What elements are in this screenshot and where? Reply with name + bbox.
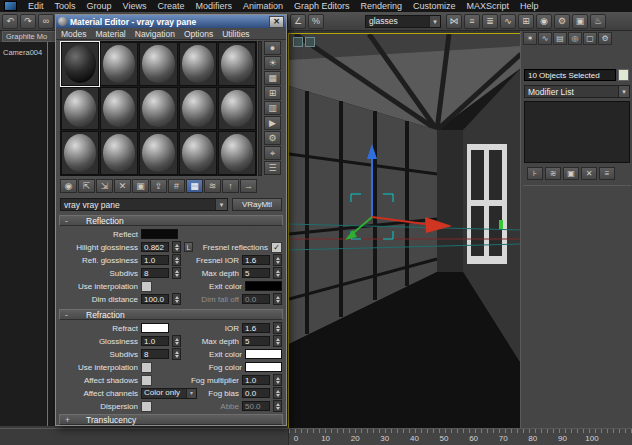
refl-max-depth-field[interactable]: 5 — [242, 268, 270, 278]
dim-falloff-spinner[interactable] — [273, 293, 282, 305]
align-icon[interactable]: ≡ — [464, 14, 480, 29]
utilities-tab-icon[interactable]: ⚙ — [598, 32, 612, 45]
rollout-reflection[interactable]: - Reflection — [59, 215, 283, 226]
rendered-frame-window-icon[interactable]: ▣ — [572, 14, 588, 29]
backlight-icon[interactable]: ☀ — [264, 56, 281, 70]
modifier-stack[interactable] — [524, 101, 630, 163]
timeline-bar[interactable]: 0102030405060708090100 — [0, 428, 632, 445]
material-editor-icon[interactable]: ◉ — [536, 14, 552, 29]
menu-item-rendering[interactable]: Rendering — [361, 1, 403, 11]
timeline-frame-70[interactable]: 70 — [499, 434, 508, 443]
material-name-dropdown[interactable]: vray vray pane ▾ — [60, 198, 228, 211]
menu-item-tools[interactable]: Tools — [55, 1, 76, 11]
menu-item-modifiers[interactable]: Modifiers — [195, 1, 232, 11]
material-swatch-4[interactable] — [218, 42, 256, 86]
me-menu-utilities[interactable]: Utilities — [222, 29, 249, 39]
fog-bias-spinner[interactable] — [273, 387, 282, 399]
material-swatch-3[interactable] — [179, 42, 217, 86]
timeline-frame-10[interactable]: 10 — [321, 434, 330, 443]
ior-spinner[interactable] — [273, 322, 282, 334]
show-end-result-stack-icon[interactable]: ≋ — [545, 167, 561, 180]
timeline-frame-60[interactable]: 60 — [469, 434, 478, 443]
refract-color-swatch[interactable] — [141, 323, 169, 333]
get-material-icon[interactable]: ◉ — [60, 179, 77, 193]
refl-exit-color-swatch[interactable] — [245, 281, 282, 291]
menu-item-animation[interactable]: Animation — [243, 1, 283, 11]
me-menu-modes[interactable]: Modes — [61, 29, 87, 39]
abbe-spinner[interactable] — [273, 400, 282, 412]
menu-item-create[interactable]: Create — [157, 1, 184, 11]
sample-type-icon[interactable]: ● — [264, 41, 281, 55]
reset-map-icon[interactable]: ✕ — [114, 179, 131, 193]
ior-field[interactable]: 1.6 — [242, 323, 270, 333]
refr-use-interpolation-checkbox[interactable] — [141, 362, 152, 373]
material-swatch-11[interactable] — [100, 131, 138, 175]
menu-item-customize[interactable]: Customize — [413, 1, 456, 11]
material-swatch-1[interactable] — [100, 42, 138, 86]
combo-dropdown-arrow-icon[interactable]: ▾ — [429, 16, 440, 27]
sample-slots-scrollbar[interactable] — [258, 41, 262, 176]
make-preview-icon[interactable]: ▶ — [264, 116, 281, 130]
refl-glossiness-spinner[interactable] — [172, 254, 181, 266]
time-ruler[interactable]: 0102030405060708090100 — [288, 429, 632, 445]
create-tab-icon[interactable]: ✶ — [523, 32, 537, 45]
render-setup-icon[interactable]: ⚙ — [554, 14, 570, 29]
menu-item-edit[interactable]: Edit — [28, 1, 44, 11]
show-map-in-viewport-icon[interactable]: ▦ — [186, 179, 203, 193]
refl-glossiness-field[interactable]: 1.0 — [141, 255, 169, 265]
mirror-icon[interactable]: ⋈ — [446, 14, 462, 29]
fog-color-swatch[interactable] — [245, 362, 282, 372]
hilight-lock-button[interactable]: L — [184, 242, 193, 252]
options-icon[interactable]: ⚙ — [264, 131, 281, 145]
dim-falloff-field[interactable]: 0.0 — [242, 294, 270, 304]
make-unique-icon[interactable]: ▣ — [563, 167, 579, 180]
me-menu-navigation[interactable]: Navigation — [135, 29, 175, 39]
modifier-list-arrow-icon[interactable]: ▾ — [618, 86, 629, 97]
me-menu-material[interactable]: Material — [96, 29, 126, 39]
material-swatch-12[interactable] — [139, 131, 177, 175]
fog-bias-field[interactable]: 0.0 — [242, 388, 270, 398]
assign-material-to-selection-icon[interactable]: ⇲ — [96, 179, 113, 193]
render-production-icon[interactable]: ♨ — [590, 14, 606, 29]
refr-exit-color-swatch[interactable] — [245, 349, 282, 359]
pin-stack-icon[interactable]: ⊦ — [527, 167, 543, 180]
material-map-navigator-icon[interactable]: ☰ — [264, 161, 281, 175]
hilight-glossiness-field[interactable]: 0.862 — [141, 242, 169, 252]
go-to-parent-icon[interactable]: ↑ — [222, 179, 239, 193]
background-icon[interactable]: ▦ — [264, 71, 281, 85]
material-swatch-7[interactable] — [139, 87, 177, 131]
me-menu-options[interactable]: Options — [184, 29, 213, 39]
material-swatch-14[interactable] — [218, 131, 256, 175]
refl-subdivs-field[interactable]: 8 — [141, 268, 169, 278]
redo-icon[interactable]: ↷ — [20, 14, 36, 29]
select-link-icon[interactable]: ∞ — [38, 14, 54, 29]
refr-max-depth-spinner[interactable] — [273, 335, 282, 347]
material-type-button[interactable]: VRayMtl — [232, 198, 282, 211]
reflect-color-swatch[interactable] — [141, 229, 178, 239]
make-material-copy-icon[interactable]: ▣ — [132, 179, 149, 193]
undo-icon[interactable]: ↶ — [2, 14, 18, 29]
camera-viewport-label[interactable]: Camera004 — [3, 48, 42, 57]
viewport-menu-icon[interactable] — [293, 37, 303, 47]
dispersion-checkbox[interactable] — [141, 401, 152, 412]
put-material-to-scene-icon[interactable]: ⇱ — [78, 179, 95, 193]
timeline-frame-50[interactable]: 50 — [440, 434, 449, 443]
dim-distance-field[interactable]: 100.0 — [141, 294, 169, 304]
affect-channels-dropdown[interactable]: Color only ▾ — [141, 388, 197, 399]
curve-editor-icon[interactable]: ∿ — [500, 14, 516, 29]
timeline-frame-20[interactable]: 20 — [351, 434, 360, 443]
display-tab-icon[interactable]: ▢ — [583, 32, 597, 45]
fresnel-ior-spinner[interactable] — [273, 254, 282, 266]
modifier-list-dropdown[interactable]: Modifier List ▾ — [524, 85, 630, 98]
video-color-check-icon[interactable]: ▥ — [264, 101, 281, 115]
material-swatch-13[interactable] — [179, 131, 217, 175]
material-swatch-10[interactable] — [61, 131, 99, 175]
show-end-result-icon[interactable]: ≋ — [204, 179, 221, 193]
object-color-swatch[interactable] — [618, 69, 629, 81]
menu-item-graph-editors[interactable]: Graph Editors — [294, 1, 350, 11]
percent-snap-toggle-icon[interactable]: % — [308, 14, 324, 29]
material-editor-title-bar[interactable]: Material Editor - vray vray pane ✕ — [56, 15, 286, 28]
fresnel-ior-field[interactable]: 1.6 — [242, 255, 270, 265]
viewport-shading-icon[interactable] — [305, 37, 315, 47]
perspective-viewport[interactable] — [288, 33, 522, 430]
